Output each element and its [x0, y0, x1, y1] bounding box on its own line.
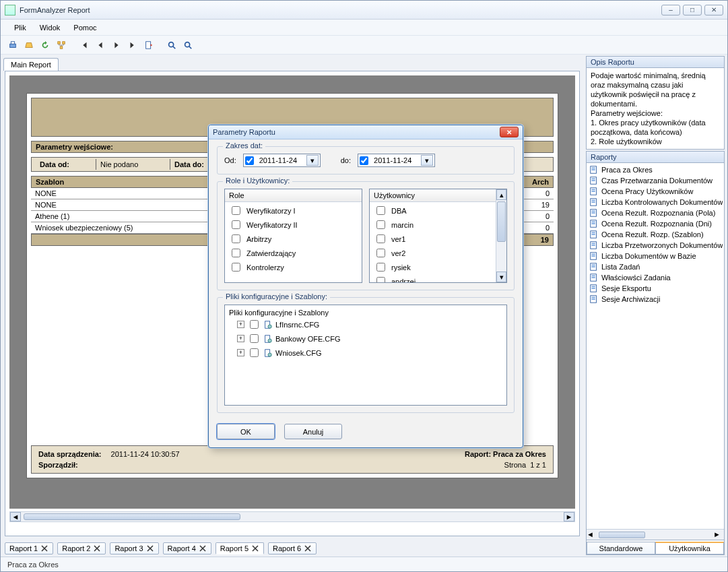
close-icon[interactable] — [40, 544, 48, 552]
bottom-tab[interactable]: Raport 4 — [163, 542, 211, 554]
tree-node[interactable]: +Wniosek.CFG — [237, 346, 502, 360]
ok-button[interactable]: OK — [217, 424, 275, 439]
print-icon[interactable] — [6, 38, 20, 52]
role-checkbox[interactable] — [232, 263, 240, 272]
scroll-thumb[interactable] — [599, 532, 645, 538]
tree-node[interactable]: +Bankowy OFE.CFG — [237, 331, 502, 346]
report-list-item[interactable]: Ocena Rezult. Rozpoznania (Pola) — [588, 208, 723, 218]
bottom-tab[interactable]: Raport 2 — [57, 542, 106, 554]
report-list-item[interactable]: Liczba Przetworzonych Dokumentów — [588, 240, 723, 251]
expand-icon[interactable]: + — [237, 321, 244, 328]
close-icon[interactable] — [93, 544, 101, 552]
file-checkbox[interactable] — [250, 334, 259, 343]
user-item[interactable]: DBA — [372, 203, 493, 218]
scroll-left-icon[interactable]: ◄ — [10, 512, 21, 521]
config-files-tree[interactable]: Pliki konfiguracyjne i Szablony +LfInsrn… — [224, 305, 507, 406]
users-listbox[interactable]: Użytkownicy DBAmarcinver1ver2rysiekandrz… — [369, 189, 507, 283]
calendar-dropdown-icon[interactable]: ▾ — [306, 155, 319, 166]
scroll-thumb[interactable] — [497, 201, 506, 242]
scroll-left-icon[interactable]: ◄ — [587, 530, 597, 540]
user-item[interactable]: ver2 — [372, 246, 493, 260]
user-item[interactable]: andrzej — [372, 274, 493, 282]
close-button[interactable]: ✕ — [704, 5, 723, 15]
role-item[interactable]: Arbitrzy — [228, 232, 359, 246]
close-icon[interactable] — [304, 544, 312, 552]
role-item[interactable]: Weryfikatorzy II — [228, 218, 359, 232]
role-checkbox[interactable] — [232, 220, 240, 229]
report-list-item[interactable]: Ocena Rezult. Rozpoznania (Dni) — [588, 218, 723, 229]
close-icon[interactable] — [199, 544, 207, 552]
tab-user[interactable]: Użytkownika — [655, 542, 724, 554]
role-checkbox[interactable] — [232, 206, 240, 215]
date-from-enable-checkbox[interactable] — [245, 156, 254, 165]
report-list-item[interactable]: Liczba Kontrolowanych Dokumentów — [588, 197, 723, 208]
roles-listbox[interactable]: Role Weryfikatorzy IWeryfikatorzy IIArbi… — [224, 189, 362, 283]
next-page-icon[interactable] — [110, 38, 123, 52]
report-list-item[interactable]: Właściowści Zadania — [588, 272, 723, 283]
report-list-item[interactable]: Sesje Eksportu — [588, 283, 723, 294]
maximize-button[interactable]: □ — [683, 5, 702, 15]
file-checkbox[interactable] — [250, 348, 259, 357]
report-list-item[interactable]: Sesje Archiwizacji — [588, 294, 723, 305]
report-list-item[interactable]: Ocena Pracy Użytkowników — [588, 186, 723, 197]
tab-standard[interactable]: Standardowe — [587, 542, 655, 554]
bottom-tab[interactable]: Raport 5 — [216, 542, 264, 554]
first-page-icon[interactable] — [77, 38, 91, 52]
user-item[interactable]: rysiek — [372, 260, 493, 274]
date-from-input[interactable]: 2011-11-24 ▾ — [243, 154, 321, 167]
report-list-item[interactable]: Praca za Okres — [588, 164, 723, 175]
role-checkbox[interactable] — [232, 249, 240, 257]
role-item[interactable]: Zatwierdzający — [228, 246, 359, 260]
dialog-close-button[interactable]: ✕ — [500, 127, 519, 137]
file-checkbox[interactable] — [250, 320, 259, 329]
menu-file[interactable]: Plik — [7, 22, 33, 34]
date-to-input[interactable]: 2011-11-24 ▾ — [358, 154, 435, 167]
role-checkbox[interactable] — [232, 234, 240, 243]
user-item[interactable]: marcin — [372, 218, 493, 232]
dialog-titlebar[interactable]: Parametry Raportu ✕ — [209, 125, 523, 139]
report-hscrollbar[interactable]: ◄ ► — [9, 511, 575, 522]
user-checkbox[interactable] — [376, 220, 385, 229]
find-icon[interactable] — [165, 38, 178, 52]
report-list-item[interactable]: Czas Przetwarzania Dokumentów — [588, 175, 723, 186]
tree-node[interactable]: +LfInsrnc.CFG — [237, 317, 502, 331]
user-checkbox[interactable] — [376, 249, 385, 257]
date-to-enable-checkbox[interactable] — [360, 156, 368, 165]
minimize-button[interactable]: – — [661, 5, 680, 15]
role-item[interactable]: Kontrolerzy — [228, 260, 359, 274]
report-list-item[interactable]: Lista Zadań — [588, 261, 723, 272]
tree-root[interactable]: Pliki konfiguracyjne i Szablony — [229, 308, 502, 317]
close-icon[interactable] — [251, 544, 259, 552]
cancel-button[interactable]: Anuluj — [284, 424, 342, 439]
report-list-item[interactable]: Ocena Rezult. Rozp. (Szablon) — [588, 229, 723, 240]
user-checkbox[interactable] — [376, 206, 385, 215]
user-item[interactable]: ver1 — [372, 232, 493, 246]
tree-icon[interactable] — [55, 38, 68, 52]
tab-main-report[interactable]: Main Report — [3, 58, 59, 71]
bottom-tab[interactable]: Raport 6 — [268, 542, 317, 554]
scroll-right-icon[interactable]: ► — [713, 530, 724, 540]
bottom-tab[interactable]: Raport 1 — [5, 542, 53, 554]
export-icon[interactable] — [22, 38, 36, 52]
reports-hscrollbar[interactable]: ◄ ► — [587, 529, 724, 540]
zoom-icon[interactable] — [181, 38, 195, 52]
users-vscrollbar[interactable]: ▴ ▾ — [496, 189, 506, 282]
scroll-up-icon[interactable]: ▴ — [496, 189, 506, 200]
scroll-down-icon[interactable]: ▾ — [496, 272, 506, 282]
report-list-item[interactable]: Liczba Dokumentów w Bazie — [588, 251, 723, 261]
prev-page-icon[interactable] — [94, 38, 107, 52]
goto-page-icon[interactable] — [142, 38, 156, 52]
refresh-icon[interactable] — [38, 38, 52, 52]
close-icon[interactable] — [146, 544, 154, 552]
menu-view[interactable]: Widok — [33, 22, 67, 34]
expand-icon[interactable]: + — [237, 349, 244, 356]
last-page-icon[interactable] — [126, 38, 139, 52]
calendar-dropdown-icon[interactable]: ▾ — [421, 155, 433, 166]
user-checkbox[interactable] — [376, 277, 385, 282]
bottom-tab[interactable]: Raport 3 — [110, 542, 158, 554]
menu-help[interactable]: Pomoc — [67, 22, 103, 34]
user-checkbox[interactable] — [376, 263, 385, 272]
user-checkbox[interactable] — [376, 234, 385, 243]
expand-icon[interactable]: + — [237, 335, 244, 342]
role-item[interactable]: Weryfikatorzy I — [228, 203, 359, 218]
